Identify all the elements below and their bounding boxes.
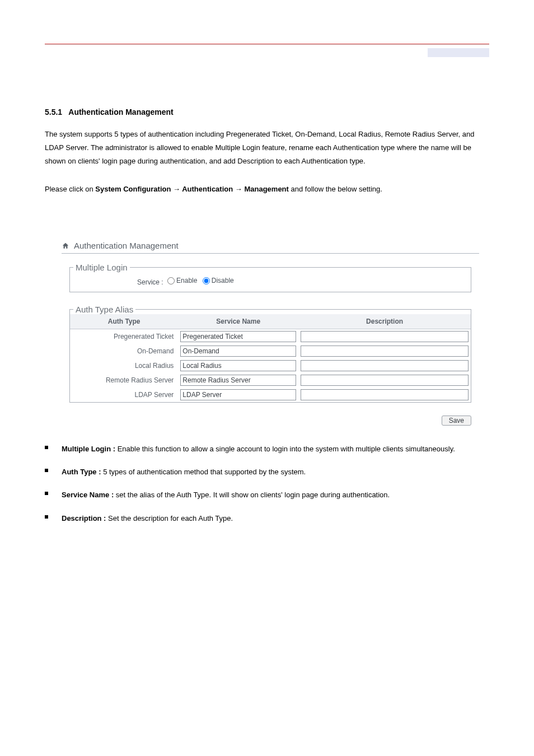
description-input[interactable] — [301, 375, 469, 386]
table-row: On-Demand — [70, 344, 471, 358]
list-item: Multiple Login : Enable this function to… — [45, 442, 489, 455]
bullet-text: 5 types of authentication method that su… — [103, 468, 306, 476]
multiple-login-legend: Multiple Login — [73, 263, 130, 272]
service-enable-text: Enable — [176, 277, 197, 284]
list-item: Description : Set the description for ea… — [45, 512, 489, 525]
multiple-login-row: Service : Enable Disable — [70, 272, 471, 292]
service-name-input[interactable] — [180, 375, 296, 386]
nav-part1: System Configuration — [95, 185, 171, 193]
description-input[interactable] — [301, 346, 469, 357]
auth-type-label: Remote Radius Server — [70, 373, 178, 388]
bullet-title: Multiple Login : — [62, 445, 115, 453]
nav-prefix: Please click on — [45, 185, 95, 193]
description-input[interactable] — [301, 389, 469, 400]
bullet-square-icon — [45, 469, 48, 472]
nav-part3: Management — [244, 185, 288, 193]
bullet-square-icon — [45, 446, 48, 449]
section-title: Authentication Management — [68, 108, 173, 116]
service-name-input[interactable] — [180, 331, 296, 342]
table-row: Local Radius — [70, 358, 471, 373]
nav-part2: Authentication — [182, 185, 233, 193]
intro-paragraph: The system supports 5 types of authentic… — [45, 128, 489, 168]
auth-type-label: LDAP Server — [70, 388, 178, 402]
service-disable-text: Disable — [212, 277, 234, 284]
panel-title-row: Authentication Management — [62, 241, 479, 254]
bullet-list: Multiple Login : Enable this function to… — [45, 442, 489, 525]
multiple-login-fieldset: Multiple Login Service : Enable Disable — [69, 263, 471, 292]
table-row: Remote Radius Server — [70, 373, 471, 388]
auth-type-label: Local Radius — [70, 358, 178, 373]
nav-suffix: and follow the below setting. — [291, 185, 382, 193]
service-enable-radio[interactable] — [167, 277, 175, 284]
section-number: 5.5.1 — [45, 108, 62, 116]
bullet-text: Set the description for each Auth Type. — [108, 514, 233, 522]
col-auth-type: Auth Type — [70, 314, 178, 329]
alias-table: Auth Type Service Name Description Prege… — [70, 314, 471, 402]
list-item: Service Name : set the alias of the Auth… — [45, 488, 489, 501]
bullet-text: Enable this function to allow a single a… — [118, 445, 455, 453]
auth-type-label: On-Demand — [70, 344, 178, 358]
bullet-title: Auth Type : — [62, 468, 101, 476]
col-description: Description — [298, 314, 471, 329]
service-name-input[interactable] — [180, 346, 296, 357]
service-name-input[interactable] — [180, 389, 296, 400]
nav-arrow1: → — [173, 185, 182, 193]
auth-type-alias-legend: Auth Type Alias — [73, 305, 135, 314]
service-label: Service : — [137, 278, 163, 286]
panel-title: Authentication Management — [74, 241, 179, 250]
auth-type-label: Pregenerated Ticket — [70, 329, 178, 344]
bullet-square-icon — [45, 492, 48, 495]
alias-header-row: Auth Type Service Name Description — [70, 314, 471, 329]
table-row: Pregenerated Ticket — [70, 329, 471, 344]
top-divider — [45, 44, 489, 45]
col-service-name: Service Name — [178, 314, 298, 329]
header-product-box — [428, 48, 489, 57]
description-input[interactable] — [301, 360, 469, 371]
bullet-title: Service Name : — [62, 491, 114, 499]
nav-arrow2: → — [235, 185, 245, 193]
service-disable-radio[interactable] — [203, 277, 210, 284]
bullet-title: Description : — [62, 514, 106, 522]
section-heading: 5.5.1 Authentication Management — [45, 108, 489, 116]
save-button[interactable]: Save — [442, 416, 471, 426]
list-item: Auth Type : 5 types of authentication me… — [45, 465, 489, 478]
nav-instruction: Please click on System Configuration → A… — [45, 185, 489, 193]
auth-type-alias-fieldset: Auth Type Alias Auth Type Service Name D… — [69, 305, 471, 403]
service-name-input[interactable] — [180, 360, 296, 371]
bullet-text: set the alias of the Auth Type. It will … — [116, 491, 390, 499]
description-input[interactable] — [301, 331, 469, 342]
bullet-square-icon — [45, 515, 48, 519]
auth-management-panel: Authentication Management Multiple Login… — [62, 241, 479, 426]
home-icon — [62, 242, 69, 250]
table-row: LDAP Server — [70, 388, 471, 402]
